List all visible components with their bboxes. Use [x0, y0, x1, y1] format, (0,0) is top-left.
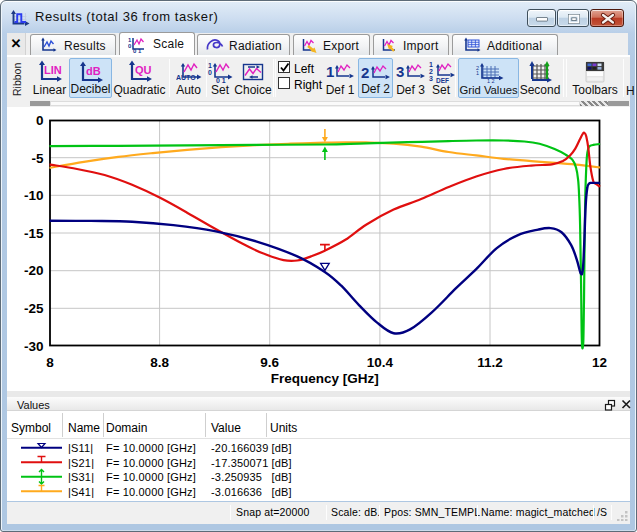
svg-text:-25: -25 — [24, 301, 44, 316]
svg-text:3: 3 — [396, 63, 404, 80]
svg-text:QU: QU — [135, 64, 152, 76]
svg-text:F= 10.0000 [GHz]: F= 10.0000 [GHz] — [106, 471, 196, 483]
svg-text:-3.250935: -3.250935 — [211, 471, 262, 483]
svg-text:0: 0 — [36, 113, 44, 128]
svg-text:8.8: 8.8 — [150, 355, 169, 370]
svg-text:12: 12 — [592, 355, 607, 370]
svg-text:8: 8 — [46, 355, 54, 370]
svg-text:Value: Value — [211, 421, 241, 435]
svg-text:Units: Units — [270, 421, 297, 435]
svg-text:AUTO: AUTO — [176, 74, 196, 81]
svg-text:2: 2 — [361, 64, 369, 81]
svg-text:-3.016636: -3.016636 — [211, 486, 262, 498]
svg-text:0: 0 — [208, 69, 212, 76]
svg-text:-20.166039: -20.166039 — [211, 442, 268, 454]
svg-text:10.4: 10.4 — [367, 355, 394, 370]
svg-text:-10: -10 — [24, 188, 44, 203]
svg-text:F= 10.0000 [GHz]: F= 10.0000 [GHz] — [106, 442, 196, 454]
svg-text:F= 10.0000 [GHz]: F= 10.0000 [GHz] — [106, 457, 196, 469]
svg-text:11.2: 11.2 — [477, 355, 503, 370]
svg-text:Domain: Domain — [106, 421, 147, 435]
svg-text:1: 1 — [208, 62, 212, 69]
svg-text:3: 3 — [429, 75, 433, 82]
svg-text:1: 1 — [429, 61, 433, 68]
svg-text:9.6: 9.6 — [260, 355, 279, 370]
svg-text:Frequency [GHz]: Frequency [GHz] — [271, 371, 379, 386]
svg-text:-5: -5 — [31, 151, 43, 166]
svg-text:[dB]: [dB] — [272, 457, 292, 469]
svg-text:|S41|: |S41| — [68, 486, 94, 498]
svg-text:2: 2 — [429, 68, 433, 75]
svg-text:-15: -15 — [24, 226, 44, 241]
svg-text:Symbol: Symbol — [11, 421, 51, 435]
svg-text:1: 1 — [476, 70, 479, 76]
svg-text:Name: Name — [68, 421, 100, 435]
svg-text:[dB]: [dB] — [272, 471, 292, 483]
svg-text:-17.350071: -17.350071 — [211, 457, 268, 469]
svg-text:0 1: 0 1 — [133, 48, 142, 54]
svg-text:dB: dB — [86, 65, 101, 77]
svg-text:LIN: LIN — [44, 64, 62, 76]
svg-text:0: 0 — [128, 43, 132, 49]
svg-text:|S21|: |S21| — [68, 457, 94, 469]
svg-text:1: 1 — [326, 63, 334, 80]
svg-text:-20: -20 — [24, 263, 44, 278]
svg-text:|S11|: |S11| — [68, 442, 93, 454]
svg-text:|S31|: |S31| — [68, 471, 94, 483]
svg-text:-30: -30 — [24, 339, 44, 354]
svg-text:[dB]: [dB] — [272, 442, 292, 454]
svg-text:[dB]: [dB] — [272, 486, 292, 498]
svg-text:F= 10.0000 [GHz]: F= 10.0000 [GHz] — [106, 486, 196, 498]
